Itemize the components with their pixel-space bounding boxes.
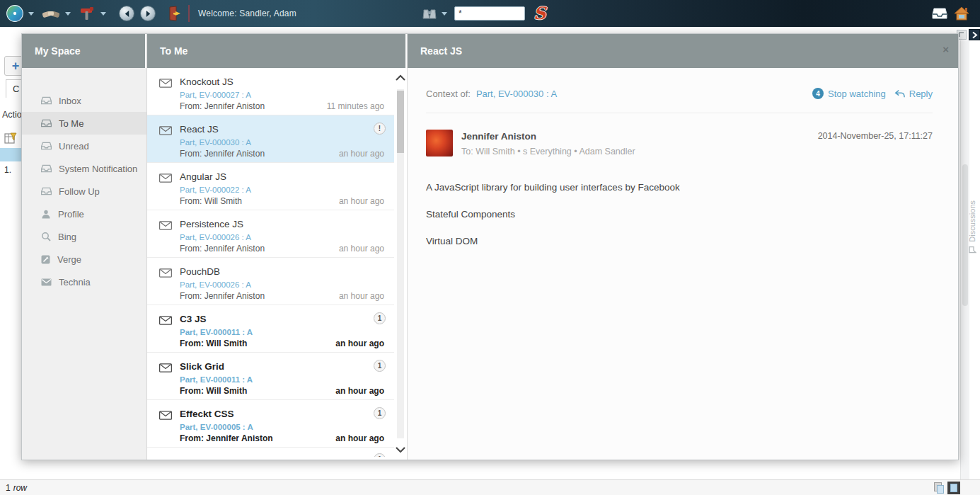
chevron-right-icon: [972, 31, 978, 39]
message-title: Slick Grid: [180, 362, 384, 372]
message-title: Effeckt CSS: [180, 409, 384, 420]
list-item-effeckt-css[interactable]: Effeckt CSS Part, EV-000005 : A From: Je…: [147, 400, 394, 448]
expand-panel-button[interactable]: [969, 29, 980, 40]
actions-column-header: Actio: [2, 110, 23, 120]
message-from: From: Jennifer Aniston: [180, 244, 265, 254]
sidebar-item-label: Unread: [59, 141, 89, 152]
reply-button[interactable]: Reply: [909, 89, 933, 99]
message-context-ref[interactable]: Part, EV-000030 : A: [180, 138, 384, 147]
message-context-ref[interactable]: Part, EV-000027 : A: [180, 91, 384, 99]
chevron-down-icon[interactable]: [442, 12, 447, 16]
message-context-ref[interactable]: Part, EV-000011 : A: [180, 328, 384, 336]
envelope-icon: [159, 221, 172, 230]
collaborate-handshake-button[interactable]: [41, 6, 61, 21]
message-time: an hour ago: [335, 433, 384, 443]
message-recipients: To: Will Smith • s Everything • Adam San…: [461, 147, 933, 157]
envelope-icon: [159, 173, 172, 183]
layout-windows-icon[interactable]: [934, 482, 945, 494]
list-item-react-js[interactable]: React JS Part, EV-000030 : A From: Jenni…: [147, 115, 394, 163]
list-item-persistence-js[interactable]: Persistence JS Part, EV-000026 : A From:…: [147, 210, 394, 258]
inbox-tray-button[interactable]: [932, 7, 947, 20]
status-row-unit: row: [13, 483, 27, 493]
sidebar-item-verge[interactable]: Verge: [22, 248, 146, 271]
context-object-link[interactable]: Part, EV-000030 : A: [476, 89, 557, 99]
page-scrollbar-thumb[interactable]: [962, 164, 968, 306]
inbox-tray-icon: [932, 7, 947, 20]
list-item-partial[interactable]: 1: [147, 448, 394, 457]
message-title: Persistence JS: [180, 220, 384, 230]
search-input[interactable]: [454, 6, 525, 21]
tools-menu-button[interactable]: [78, 5, 96, 22]
speech-bubble-icon: [968, 246, 976, 254]
message-context-ref[interactable]: Part, EV-000011 : A: [180, 375, 384, 384]
watcher-count-badge: 4: [812, 88, 824, 99]
discussions-side-tab[interactable]: Discussions: [968, 200, 976, 254]
status-bar: 1 row: [0, 479, 980, 495]
close-icon[interactable]: ×: [942, 44, 949, 55]
envelope-icon: [159, 363, 172, 372]
unread-count-badge: 1: [374, 453, 386, 457]
chevron-down-icon[interactable]: [100, 12, 106, 16]
message-from: From: Jennifer Aniston: [180, 101, 265, 111]
maximize-view-icon[interactable]: [947, 482, 960, 494]
sidebar-item-to-me[interactable]: To Me: [22, 112, 146, 135]
message-context-ref[interactable]: Part, EV-000005 : A: [180, 423, 384, 431]
message-time: an hour ago: [339, 149, 384, 159]
sidebar-item-unread[interactable]: Unread: [22, 135, 146, 157]
logout-button[interactable]: [166, 5, 183, 22]
s-brand-logo[interactable]: S: [534, 5, 546, 22]
context-of-label: Context of:: [426, 89, 471, 99]
message-from: From: Will Smith: [180, 196, 242, 206]
unread-badge: !: [374, 123, 386, 135]
binoculars-icon: [422, 6, 437, 21]
message-context-ref[interactable]: Part, EV-000022 : A: [180, 186, 384, 194]
message-from: From: Jennifer Aniston: [180, 149, 265, 159]
message-detail-panel: React JS × Context of: Part, EV-000030 :…: [407, 34, 958, 460]
home-button[interactable]: [953, 6, 970, 21]
sidebar-item-system-notification[interactable]: System Notification: [22, 157, 146, 180]
scroll-up-icon[interactable]: [395, 74, 406, 81]
list-panel-title: To Me: [147, 34, 407, 68]
inbox-tray-icon: [41, 96, 52, 105]
message-author[interactable]: Jennifer Aniston: [461, 131, 536, 142]
list-item-angular-js[interactable]: Angular JS Part, EV-000022 : A From: Wil…: [147, 163, 394, 210]
edit-square-icon: [41, 255, 50, 264]
message-context-ref[interactable]: Part, EV-000026 : A: [180, 280, 384, 289]
inbox-tray-icon: [41, 164, 52, 173]
page-scrollbar[interactable]: [960, 40, 969, 479]
message-title: Angular JS: [180, 172, 384, 183]
chevron-down-icon[interactable]: [28, 12, 34, 16]
sidebar-item-bing[interactable]: Bing: [22, 225, 146, 248]
list-scrollbar-thumb[interactable]: [397, 91, 404, 153]
advanced-search-button[interactable]: [422, 6, 437, 21]
sidebar-item-technia[interactable]: Technia: [22, 271, 146, 293]
envelope-icon: [159, 126, 172, 135]
list-item-slick-grid[interactable]: Slick Grid Part, EV-000011 : A From: Wil…: [147, 353, 394, 400]
chevron-down-icon[interactable]: [65, 12, 71, 16]
stop-watching-button[interactable]: Stop watching: [828, 89, 886, 99]
avatar: [426, 130, 453, 157]
list-item-knockout-js[interactable]: Knockout JS Part, EV-000027 : A From: Je…: [147, 68, 394, 115]
message-list-panel: To Me Knockout JS Part, EV-000027 : A Fr…: [147, 34, 407, 460]
sidebar-item-inbox[interactable]: Inbox: [22, 89, 146, 112]
sidebar-item-follow-up[interactable]: Follow Up: [22, 180, 146, 203]
compass-icon: [6, 4, 24, 23]
forward-button[interactable]: [140, 6, 156, 21]
search-icon: [41, 232, 51, 241]
filter-table-icon[interactable]: [4, 131, 18, 148]
scroll-down-icon[interactable]: [395, 446, 406, 453]
list-item-pouchdb[interactable]: PouchDB Part, EV-000026 : A From: Jennif…: [147, 258, 394, 305]
inbox-tray-icon: [41, 142, 52, 150]
toolbar-divider: [188, 5, 190, 22]
reply-arrow-icon: [894, 89, 905, 98]
compass-app-icon[interactable]: [6, 4, 24, 23]
message-from: From: Will Smith: [180, 338, 247, 348]
message-title: PouchDB: [180, 267, 384, 278]
sidebar-item-label: System Notification: [59, 164, 137, 174]
message-context-ref[interactable]: Part, EV-000026 : A: [180, 233, 384, 241]
list-scrollbar[interactable]: [394, 68, 407, 460]
welcome-text: Welcome: Sandler, Adam: [198, 8, 296, 18]
back-button[interactable]: [119, 6, 134, 21]
sidebar-item-profile[interactable]: Profile: [22, 203, 146, 225]
list-item-c3-js[interactable]: C3 JS Part, EV-000011 : A From: Will Smi…: [147, 305, 394, 353]
